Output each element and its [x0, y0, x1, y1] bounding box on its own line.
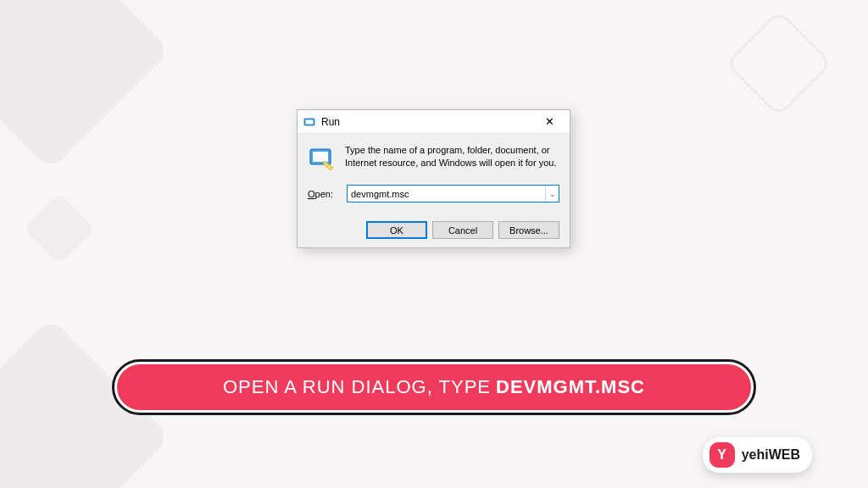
close-icon: ✕ [545, 116, 554, 127]
brand-mark-icon: Y [709, 442, 735, 468]
open-input[interactable] [348, 189, 545, 199]
chevron-down-icon[interactable]: ⌄ [545, 186, 559, 202]
brand-text: yehiWEB [742, 447, 800, 463]
cancel-button[interactable]: Cancel [432, 221, 493, 239]
close-button[interactable]: ✕ [534, 113, 565, 131]
dialog-title: Run [321, 116, 340, 128]
decorative-shape [0, 0, 170, 170]
ok-button[interactable]: OK [366, 221, 427, 239]
brand-logo: Y yehiWEB [703, 437, 812, 473]
caption-highlight: DEVMGMT.MSC [496, 376, 645, 398]
browse-button[interactable]: Browse... [498, 221, 559, 239]
dialog-description: Type the name of a program, folder, docu… [345, 144, 559, 173]
caption-banner: OPEN A RUN DIALOG, TYPE DEVMGMT.MSC [112, 359, 756, 415]
caption-prefix: OPEN A RUN DIALOG, TYPE [223, 376, 491, 398]
decorative-shape [725, 9, 832, 117]
open-combobox[interactable]: ⌄ [347, 185, 559, 202]
open-label: Open: [308, 189, 340, 199]
svg-rect-3 [313, 152, 328, 162]
run-app-icon [303, 115, 316, 129]
run-program-icon [308, 144, 337, 173]
decorative-shape [24, 193, 96, 265]
svg-rect-1 [306, 119, 314, 124]
dialog-body: Type the name of a program, folder, docu… [298, 134, 570, 247]
titlebar[interactable]: Run ✕ [298, 110, 570, 134]
run-dialog: Run ✕ Type the name of a program, folder… [297, 109, 570, 248]
